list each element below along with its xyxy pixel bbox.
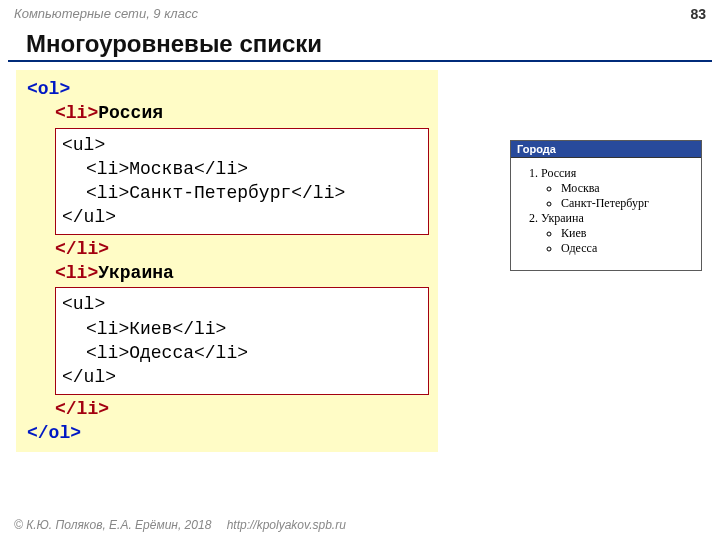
preview-city2a: Киев bbox=[561, 226, 693, 241]
preview-city1a: Москва bbox=[561, 181, 693, 196]
code-city2b: <li>Одесса</li> bbox=[86, 343, 248, 363]
tag-li-close: </li> bbox=[55, 239, 109, 259]
tag-li-close-2: </li> bbox=[55, 399, 109, 419]
text-country1: Россия bbox=[98, 103, 163, 123]
tag-ol-open: <ol> bbox=[27, 79, 70, 99]
code-city1b: <li>Санкт-Петербург</li> bbox=[86, 183, 345, 203]
preview-city1b: Санкт-Петербург bbox=[561, 196, 693, 211]
code-example: <ol> <li>Россия <ul> <li>Москва</li> <li… bbox=[16, 70, 438, 452]
preview-sublist-2: Киев Одесса bbox=[541, 226, 693, 256]
copyright-text: © К.Ю. Поляков, Е.А. Ерёмин, 2018 bbox=[14, 518, 211, 532]
browser-preview: Города Россия Москва Санкт-Петербург Укр… bbox=[510, 140, 702, 271]
tag-ul-close: </ul> bbox=[62, 207, 116, 227]
slide-header: Компьютерные сети, 9 класс 83 bbox=[0, 0, 720, 22]
tag-ul-open: <ul> bbox=[62, 135, 105, 155]
preview-city2b: Одесса bbox=[561, 241, 693, 256]
preview-ordered-list: Россия Москва Санкт-Петербург Украина Ки… bbox=[519, 166, 693, 256]
preview-country1: Россия bbox=[541, 166, 576, 180]
code-city2a: <li>Киев</li> bbox=[86, 319, 226, 339]
slide-footer: © К.Ю. Поляков, Е.А. Ерёмин, 2018 http:/… bbox=[14, 518, 346, 532]
preview-item-1: Россия Москва Санкт-Петербург bbox=[541, 166, 693, 211]
tag-li-open: <li> bbox=[55, 103, 98, 123]
tag-ul-open-2: <ul> bbox=[62, 294, 105, 314]
tag-li-open-2: <li> bbox=[55, 263, 98, 283]
preview-item-2: Украина Киев Одесса bbox=[541, 211, 693, 256]
course-name: Компьютерные сети, 9 класс bbox=[14, 6, 198, 22]
nested-code-block-2: <ul> <li>Киев</li> <li>Одесса</li> </ul> bbox=[55, 287, 429, 394]
tag-ul-close-2: </ul> bbox=[62, 367, 116, 387]
preview-window-title: Города bbox=[511, 141, 701, 158]
code-city1a: <li>Москва</li> bbox=[86, 159, 248, 179]
preview-country2: Украина bbox=[541, 211, 584, 225]
page-number: 83 bbox=[690, 6, 706, 22]
preview-body: Россия Москва Санкт-Петербург Украина Ки… bbox=[511, 158, 701, 270]
nested-code-block-1: <ul> <li>Москва</li> <li>Санкт-Петербург… bbox=[55, 128, 429, 235]
preview-sublist-1: Москва Санкт-Петербург bbox=[541, 181, 693, 211]
footer-url: http://kpolyakov.spb.ru bbox=[227, 518, 346, 532]
text-country2: Украина bbox=[98, 263, 174, 283]
slide-title: Многоуровневые списки bbox=[8, 26, 712, 62]
tag-ol-close: </ol> bbox=[27, 423, 81, 443]
